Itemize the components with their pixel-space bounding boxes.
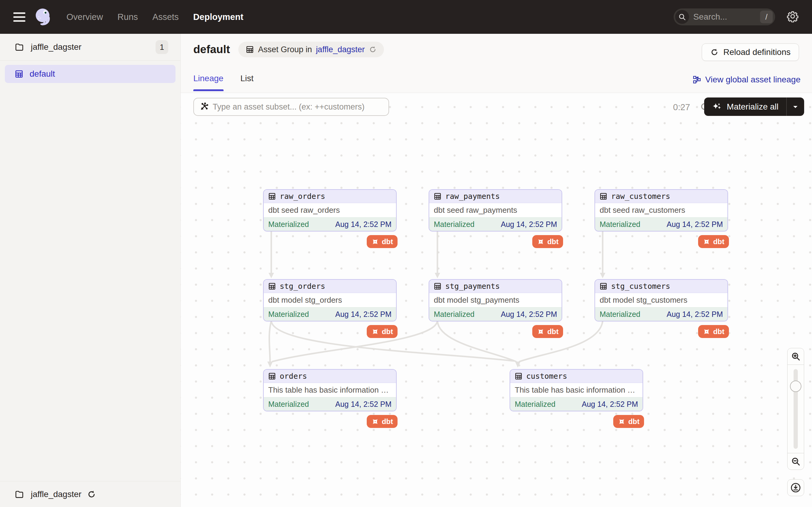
dbt-badge[interactable]: dbt	[698, 325, 729, 338]
dbt-icon	[537, 328, 545, 336]
lineage-icon	[693, 75, 701, 84]
status-badge: Materialized	[268, 310, 309, 319]
view-global-asset-lineage-link[interactable]: View global asset lineage	[693, 75, 801, 84]
asset-node-raw-orders[interactable]: raw_orders dbt seed raw_orders Materiali…	[263, 189, 397, 231]
table-icon	[246, 45, 254, 54]
zoom-slider-handle[interactable]	[790, 381, 801, 392]
status-badge: Materialized	[515, 400, 556, 409]
asset-subset-filter[interactable]	[193, 98, 389, 116]
zoom-control	[787, 348, 804, 470]
refresh-icon[interactable]	[369, 46, 377, 53]
table-icon	[268, 192, 276, 201]
reload-definitions-button[interactable]: Reload definitions	[702, 44, 799, 61]
tab-lineage[interactable]: Lineage	[193, 74, 223, 91]
asset-group-badge: Asset Group in jaffle_dagster	[238, 42, 384, 57]
primary-nav: Overview Runs Assets Deployment	[66, 12, 244, 22]
dbt-badge[interactable]: dbt	[532, 235, 563, 248]
materialization-timestamp[interactable]: Aug 14, 2:52 PM	[335, 220, 392, 229]
zoom-out-button[interactable]	[788, 453, 804, 469]
group-name: default	[30, 69, 55, 79]
tab-list[interactable]: List	[241, 74, 254, 91]
asset-node-stg-orders[interactable]: stg_orders dbt model stg_orders Material…	[263, 279, 397, 321]
materialization-timestamp[interactable]: Aug 14, 2:52 PM	[667, 220, 723, 229]
nav-deployment[interactable]: Deployment	[193, 12, 244, 22]
materialization-timestamp[interactable]: Aug 14, 2:52 PM	[501, 220, 557, 229]
dbt-badge[interactable]: dbt	[367, 235, 398, 248]
materialization-timestamp[interactable]: Aug 14, 2:52 PM	[501, 310, 557, 319]
sparkle-icon	[712, 102, 722, 111]
search-shortcut-badge: /	[760, 11, 773, 23]
dbt-icon	[537, 238, 545, 246]
dbt-badge[interactable]: dbt	[613, 415, 644, 428]
repository-link[interactable]: jaffle_dagster	[316, 45, 365, 54]
materialization-timestamp[interactable]: Aug 14, 2:52 PM	[335, 400, 392, 409]
asset-subset-icon	[199, 102, 208, 111]
dagster-logo[interactable]	[33, 7, 53, 27]
dbt-badge[interactable]: dbt	[367, 325, 398, 338]
status-badge: Materialized	[268, 400, 309, 409]
nav-assets[interactable]: Assets	[153, 12, 179, 22]
zoom-slider[interactable]	[788, 365, 804, 453]
materialization-timestamp[interactable]: Aug 14, 2:52 PM	[667, 310, 723, 319]
gear-icon[interactable]	[786, 10, 799, 23]
status-badge: Materialized	[434, 220, 474, 229]
dbt-badge[interactable]: dbt	[367, 415, 398, 428]
asset-node-raw-customers[interactable]: raw_customers dbt seed raw_customers Mat…	[595, 189, 728, 231]
status-badge: Materialized	[268, 220, 309, 229]
dbt-icon	[618, 418, 626, 426]
menu-icon[interactable]	[13, 12, 26, 22]
sidebar-item-repository[interactable]: jaffle_dagster 1	[0, 34, 180, 61]
refresh-icon[interactable]	[87, 490, 96, 499]
dbt-badge[interactable]: dbt	[532, 325, 563, 338]
page-title: default	[193, 43, 230, 56]
download-image-button[interactable]	[787, 479, 804, 496]
sidebar-footer: jaffle_dagster	[0, 481, 180, 507]
asset-subset-input[interactable]	[213, 102, 383, 112]
search-input[interactable]	[693, 12, 760, 22]
materialize-all-button[interactable]: Materialize all	[704, 98, 804, 116]
table-icon	[599, 192, 607, 201]
materialization-timestamp[interactable]: Aug 14, 2:52 PM	[582, 400, 638, 409]
search-icon	[675, 10, 689, 24]
asset-node-customers[interactable]: customers This table has basic informati…	[510, 369, 643, 411]
zoom-in-button[interactable]	[788, 348, 804, 365]
table-icon	[14, 69, 23, 78]
view-tabs: Lineage List	[193, 74, 253, 91]
materialize-dropdown-button[interactable]	[786, 98, 804, 116]
repository-name: jaffle_dagster	[31, 42, 82, 52]
nav-runs[interactable]: Runs	[117, 12, 138, 22]
table-icon	[514, 372, 523, 380]
asset-node-stg-payments[interactable]: stg_payments dbt model stg_payments Mate…	[429, 279, 562, 321]
asset-node-stg-customers[interactable]: stg_customers dbt model stg_customers Ma…	[595, 279, 728, 321]
asset-node-raw-payments[interactable]: raw_payments dbt seed raw_payments Mater…	[429, 189, 562, 231]
dbt-icon	[703, 328, 711, 336]
table-icon	[434, 282, 442, 290]
dbt-icon	[703, 238, 711, 246]
table-icon	[268, 372, 276, 380]
asset-group-count-badge: 1	[156, 40, 168, 54]
dbt-badge[interactable]: dbt	[698, 235, 729, 248]
status-badge: Materialized	[434, 310, 474, 319]
top-navigation-bar: Overview Runs Assets Deployment /	[0, 0, 812, 34]
main-content: default Asset Group in jaffle_dagster Re…	[181, 34, 812, 507]
table-icon	[434, 192, 442, 201]
refresh-timer: 0:27	[673, 102, 690, 112]
lineage-canvas[interactable]: 0:27 Materialize all raw_orders dbt seed…	[181, 93, 812, 507]
status-badge: Materialized	[600, 310, 641, 319]
folder-icon	[14, 490, 24, 499]
global-search[interactable]: /	[674, 8, 775, 25]
table-icon	[268, 282, 276, 290]
table-icon	[599, 282, 607, 290]
status-badge: Materialized	[600, 220, 641, 229]
materialization-timestamp[interactable]: Aug 14, 2:52 PM	[335, 310, 392, 319]
footer-repository-name: jaffle_dagster	[31, 490, 82, 499]
refresh-icon	[710, 48, 719, 56]
dbt-icon	[371, 328, 379, 336]
badge-prefix: Asset Group in	[258, 45, 312, 54]
nav-overview[interactable]: Overview	[66, 12, 103, 22]
dbt-icon	[371, 418, 379, 426]
asset-node-orders[interactable]: orders This table has basic information …	[263, 369, 397, 411]
folder-icon	[14, 42, 24, 52]
sidebar-item-default-group[interactable]: default	[5, 65, 175, 83]
sidebar: jaffle_dagster 1 default jaffle_dagster	[0, 34, 181, 507]
